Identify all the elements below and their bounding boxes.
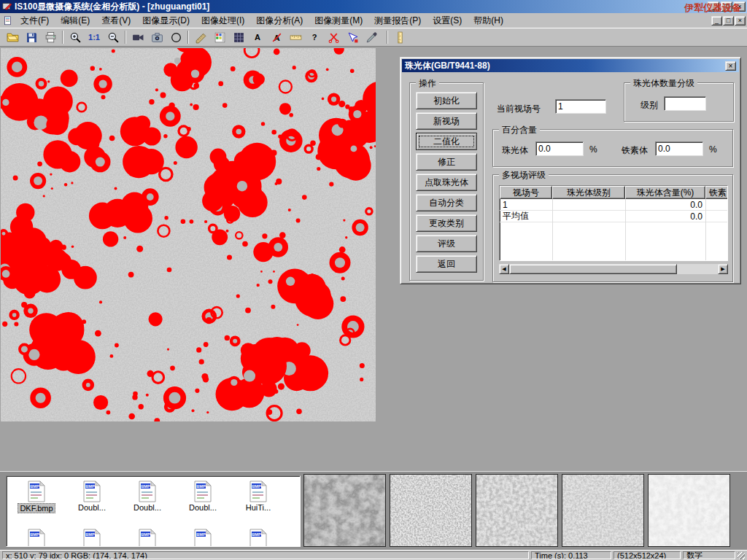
- return-button[interactable]: 返回: [416, 255, 477, 273]
- menu-image-measure[interactable]: 图像测量(M): [309, 14, 368, 28]
- mdi-close-button[interactable]: ×: [735, 16, 746, 26]
- grid-color-button[interactable]: [210, 29, 229, 45]
- multi-field-group-label: 多视场评级: [499, 169, 549, 182]
- help-button[interactable]: ?: [305, 29, 324, 45]
- file-item-partial[interactable]: BMP: [65, 529, 119, 547]
- pick-pearlite-button[interactable]: 点取珠光体: [416, 174, 477, 191]
- thumbnail-4[interactable]: [562, 474, 644, 547]
- text-delete-button[interactable]: A: [267, 29, 286, 45]
- rate-button[interactable]: 评级: [416, 235, 477, 252]
- init-button[interactable]: 初始化: [416, 92, 477, 109]
- file-item-partial[interactable]: BMP: [9, 529, 63, 547]
- resize-grip[interactable]: [738, 552, 745, 559]
- thumbnail-3[interactable]: [476, 474, 558, 547]
- ferrite-label: 铁素体: [622, 144, 648, 157]
- pearlite-percent-sign: %: [589, 144, 597, 155]
- status-time: Time (s): 0.113: [531, 551, 611, 559]
- table-cell: 1: [500, 199, 552, 210]
- table-row[interactable]: 1 0.0: [500, 199, 727, 211]
- grade-input[interactable]: [664, 96, 706, 111]
- table-header[interactable]: 珠光体级别: [552, 186, 625, 199]
- correct-button[interactable]: 修正: [416, 153, 477, 171]
- pointer-measure-button[interactable]: [343, 29, 362, 45]
- auto-classify-button[interactable]: 自动分类: [416, 194, 477, 211]
- table-cell: [552, 211, 625, 222]
- mdi-restore-button[interactable]: □: [723, 16, 734, 26]
- dialog-title-bar[interactable]: 珠光体(GB/T9441-88) ×: [402, 59, 739, 72]
- scroll-thumb[interactable]: [509, 264, 677, 274]
- table-header[interactable]: 铁素: [705, 186, 728, 199]
- mdi-minimize-button[interactable]: _: [711, 16, 722, 26]
- file-name: Doubl...: [77, 503, 107, 512]
- table-horizontal-scrollbar[interactable]: ◀ ▶: [499, 264, 728, 274]
- pearlite-percent-input[interactable]: [535, 141, 584, 156]
- change-class-button[interactable]: 更改类别: [416, 214, 477, 232]
- file-item-partial[interactable]: BMP: [120, 529, 174, 547]
- file-item-partial[interactable]: BMP: [176, 529, 230, 547]
- thumbnail-2[interactable]: [390, 474, 472, 547]
- file-name: Doubl...: [132, 503, 163, 512]
- binarize-button[interactable]: 二值化: [416, 133, 477, 150]
- file-item[interactable]: BMP Doubl...: [176, 481, 230, 513]
- file-item[interactable]: BMP Doubl...: [65, 481, 119, 513]
- text-a-icon: A: [255, 33, 260, 42]
- actual-size-button[interactable]: 1:1: [85, 29, 104, 45]
- new-field-button[interactable]: 新视场: [416, 112, 477, 130]
- menu-image-process[interactable]: 图像处理(I): [196, 14, 250, 28]
- ruler-button[interactable]: [286, 29, 305, 45]
- scroll-left-arrow[interactable]: ◀: [499, 264, 509, 274]
- metallographic-image[interactable]: [1, 48, 376, 421]
- menu-view[interactable]: 查看(V): [96, 14, 136, 28]
- file-item[interactable]: BMP Doubl...: [120, 481, 174, 513]
- file-item[interactable]: BMP DKF.bmp: [9, 481, 63, 513]
- video-capture-button[interactable]: [128, 29, 147, 45]
- menu-image-display[interactable]: 图像显示(D): [136, 14, 196, 28]
- zoom-out-button[interactable]: [104, 29, 123, 45]
- close-button[interactable]: ×: [734, 1, 746, 12]
- minimize-button[interactable]: _: [708, 1, 719, 12]
- text-tool-button[interactable]: A: [248, 29, 267, 45]
- menu-help[interactable]: 帮助(H): [468, 14, 509, 28]
- ferrite-percent-input[interactable]: [655, 141, 703, 156]
- scroll-right-arrow[interactable]: ▶: [718, 264, 728, 274]
- table-header-row: 视场号 珠光体级别 珠光体含量(%) 铁素: [500, 186, 727, 199]
- menu-file[interactable]: 文件(F): [15, 14, 55, 28]
- print-button[interactable]: [41, 29, 60, 45]
- maximize-button[interactable]: □: [721, 1, 732, 12]
- thumbnail-5[interactable]: [648, 474, 730, 547]
- status-mode: 数字: [683, 551, 735, 559]
- one-to-one-icon: 1:1: [88, 33, 100, 42]
- camera-capture-button[interactable]: [147, 29, 166, 45]
- file-list[interactable]: BMP DKF.bmp BMP Doubl... BMP Doubl... BM…: [6, 475, 301, 547]
- percent-group-label: 百分含量: [499, 124, 540, 136]
- menu-image-analysis[interactable]: 图像分析(A): [250, 14, 309, 28]
- menu-report[interactable]: 测量报告(P): [368, 14, 427, 28]
- save-button[interactable]: [22, 29, 41, 45]
- table-row[interactable]: 平均值 0.0: [500, 211, 727, 222]
- bmp-file-icon: BMP: [138, 481, 157, 502]
- thumbnail-1[interactable]: [303, 474, 386, 547]
- table-header[interactable]: 珠光体含量(%): [625, 186, 705, 199]
- current-view-input[interactable]: [555, 99, 606, 114]
- table-header[interactable]: 视场号: [500, 186, 552, 199]
- thumbnail-strip: [303, 474, 730, 547]
- circle-tool-button[interactable]: [166, 29, 185, 45]
- caliper-measure-button[interactable]: [191, 29, 210, 45]
- dialog-close-button[interactable]: ×: [725, 61, 736, 71]
- menu-edit[interactable]: 编辑(E): [55, 14, 96, 28]
- zoom-in-button[interactable]: [66, 29, 85, 45]
- cut-tool-button[interactable]: [324, 29, 343, 45]
- menu-settings[interactable]: 设置(S): [427, 14, 468, 28]
- file-item-partial[interactable]: BMP: [231, 529, 285, 547]
- floppy-icon: [26, 31, 38, 44]
- vertical-ruler-button[interactable]: [390, 29, 409, 45]
- rating-table[interactable]: 视场号 珠光体级别 珠光体含量(%) 铁素 1 0.0 平均值 0: [499, 185, 728, 261]
- pearlite-label: 珠光体: [502, 144, 528, 157]
- svg-text:BMP: BMP: [196, 532, 206, 537]
- toolbar: 1:1 A A ?: [0, 28, 747, 47]
- pearlite-dialog: 珠光体(GB/T9441-88) × 操作 初始化 新视场 二值化 修正 点取珠…: [400, 57, 741, 284]
- open-file-button[interactable]: [3, 29, 22, 45]
- file-item[interactable]: BMP HuiTi...: [231, 481, 285, 513]
- grid-dark-button[interactable]: [229, 29, 248, 45]
- picker-button[interactable]: [362, 29, 381, 45]
